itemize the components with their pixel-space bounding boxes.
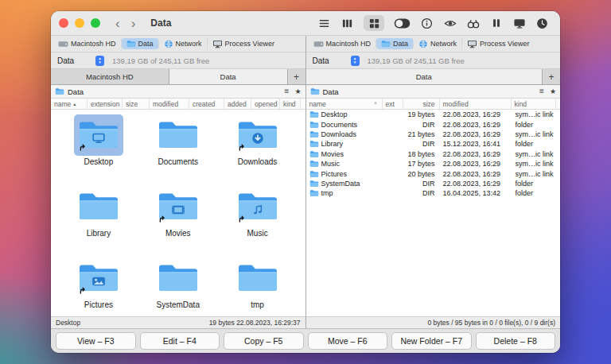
file-area[interactable]: Desktop19 bytes22.08.2023, 16:29sym…ic l… [306,110,561,316]
file-manager-window: ‹ › Data Macintosh HDDataNetworkProcess … [51,11,560,353]
queue-pause-icon[interactable] [489,15,503,31]
favorite-item-data[interactable]: Data [122,38,159,49]
fn-button-new-folder-f7[interactable]: New Folder – F7 [391,332,472,350]
close-button[interactable] [59,18,68,28]
drive-select-stepper[interactable]: ▴▾ [351,56,360,66]
drive-icon [313,40,324,48]
drive-select-value[interactable]: Data [57,56,95,65]
file-modified: 22.08.2023, 16:29 [440,130,512,138]
folder-item-label: tmp [251,300,264,309]
drive-select-value[interactable]: Data [313,56,351,65]
column-header-name[interactable]: name▲ [51,99,88,109]
folder-item-systemdata[interactable]: SystemData [138,258,218,316]
favorite-item-process-viewer[interactable]: Process Viewer [208,38,279,50]
display-icon[interactable] [512,15,526,31]
file-row-systemdata[interactable]: SystemDataDIR22.08.2023, 16:29folder [306,179,561,188]
column-header-size[interactable]: size [403,99,440,109]
preview-eye-icon[interactable] [443,15,457,31]
file-modified: 22.08.2023, 16:29 [440,160,512,168]
column-header-label: modified [153,100,178,108]
view-list-icon[interactable] [317,15,331,31]
column-header-kind[interactable]: kind [280,99,301,109]
add-tab-button[interactable]: + [288,69,306,84]
sort-indicator: ^ [374,101,376,106]
list-menu-icon[interactable]: ≡ [285,87,290,95]
path-bar-actions: ≡★ [539,87,556,95]
file-size: DIR [403,189,440,197]
favorite-item-network[interactable]: Network [159,38,208,50]
file-row-music[interactable]: Music17 bytes22.08.2023, 16:29sym…ic lin… [306,159,561,168]
favorite-item-data[interactable]: Data [376,38,414,49]
search-binoculars-icon[interactable] [466,15,480,31]
folder-emblem-download-icon [251,132,264,145]
favorites-bar: Macintosh HDDataNetworkProcess Viewer [306,36,561,52]
column-header-modified[interactable]: modified [440,99,512,109]
file-name-cell: Library [306,140,383,148]
column-header-extension[interactable]: extension [88,99,123,109]
folder-icon [309,150,319,158]
fn-button-view-f3[interactable]: View – F3 [56,332,136,350]
network-icon [418,40,428,48]
column-header-ext[interactable]: ext [383,99,403,109]
favorite-star-icon[interactable]: ★ [294,88,301,95]
file-name-cell: SystemData [306,180,383,188]
folder-tab-macintosh-hd[interactable]: Macintosh HD [51,69,169,84]
folder-item-documents[interactable]: Documents [138,114,218,183]
view-columns-icon[interactable] [341,15,354,31]
fn-button-move-f6[interactable]: Move – F6 [308,332,388,350]
column-header-opened[interactable]: opened [251,99,280,109]
column-header-modified[interactable]: modified [150,99,189,109]
back-button[interactable]: ‹ [115,17,120,30]
folder-item-library[interactable]: Library [59,186,138,254]
folder-item-downloads[interactable]: Downloads [218,114,298,183]
zoom-button[interactable] [91,18,100,28]
folder-item-desktop[interactable]: Desktop [59,114,138,183]
file-name: SystemData [321,180,360,188]
folder-item-movies[interactable]: Movies [138,186,218,254]
fn-button-edit-f4[interactable]: Edit – F4 [140,332,220,350]
column-header-name[interactable]: name^ [306,99,383,109]
favorite-item-network[interactable]: Network [414,38,462,50]
fn-button-delete-f8[interactable]: Delete – F8 [476,332,556,350]
add-tab-button[interactable]: + [543,69,560,84]
file-row-downloads[interactable]: Downloads21 bytes22.08.2023, 16:29sym…ic… [306,130,561,139]
list-menu-icon[interactable]: ≡ [539,87,544,95]
folder-tab-data[interactable]: Data [306,69,543,84]
minimize-button[interactable] [75,18,84,28]
view-grid-icon[interactable] [364,15,384,31]
titlebar[interactable]: ‹ › Data [51,11,560,36]
file-modified: 22.08.2023, 16:29 [440,110,512,118]
drive-selector-bar: Data▴▾139,19 GB of 245,11 GB free [51,52,306,69]
file-row-documents[interactable]: DocumentsDIR22.08.2023, 16:29folder [306,119,561,129]
column-header-kind[interactable]: kind [512,99,556,109]
file-area[interactable]: DesktopDocumentsDownloadsLibraryMoviesMu… [51,110,306,316]
file-row-pictures[interactable]: Pictures20 bytes22.08.2023, 16:29sym…ic … [306,168,561,178]
fn-button-copy-f5[interactable]: Copy – F5 [224,332,304,350]
file-row-tmp[interactable]: tmpDIR16.04.2025, 13:42folder [306,188,561,198]
column-header-created[interactable]: created [189,99,224,109]
forward-button[interactable]: › [131,17,136,30]
folder-tab-data[interactable]: Data [169,69,288,84]
file-row-movies[interactable]: Movies18 bytes22.08.2023, 16:29sym…ic li… [306,149,561,159]
file-row-desktop[interactable]: Desktop19 bytes22.08.2023, 16:29sym…ic l… [306,110,561,119]
drive-icon [58,40,68,48]
favorite-item-macintosh-hd[interactable]: Macintosh HD [53,38,122,50]
column-header-label: size [126,100,138,108]
dark-mode-toggle[interactable] [394,15,411,31]
folder-item-music[interactable]: Music [218,186,298,254]
favorite-star-icon[interactable]: ★ [550,88,556,95]
favorite-item-process-viewer[interactable]: Process Viewer [462,38,534,50]
folder-item-label: Library [87,229,111,238]
column-header-size[interactable]: size [123,99,150,109]
folder-item-tmp[interactable]: tmp [218,258,298,316]
info-icon[interactable] [420,15,434,31]
history-clock-icon[interactable] [535,15,549,31]
file-row-library[interactable]: LibraryDIR15.12.2023, 16:41folder [306,139,561,149]
sort-indicator: ▲ [72,102,76,106]
favorite-item-macintosh-hd[interactable]: Macintosh HD [309,38,377,50]
file-name: Pictures [321,170,348,178]
file-modified: 15.12.2023, 16:41 [440,140,512,148]
folder-item-pictures[interactable]: Pictures [59,258,138,316]
drive-select-stepper[interactable]: ▴▾ [95,56,104,66]
column-header-added[interactable]: added [224,99,251,109]
